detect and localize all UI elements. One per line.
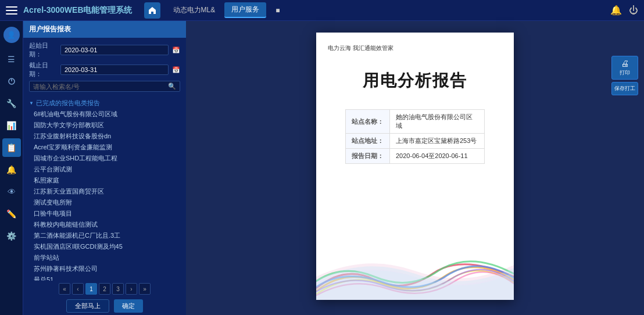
end-date-row: 截止日期： 📅: [29, 61, 180, 78]
print-label: 打印: [620, 70, 630, 76]
home-button[interactable]: [144, 2, 160, 19]
sidebar-icon-menu[interactable]: ☰: [2, 50, 21, 69]
sidebar-icon-chart[interactable]: 📊: [2, 116, 21, 135]
wave-decoration: [316, 230, 514, 300]
page-prev-button[interactable]: ‹: [72, 283, 84, 295]
list-item[interactable]: 苏州静著科技术限公司: [27, 263, 183, 274]
list-item[interactable]: 前学站站: [27, 252, 183, 263]
panel-actions: 全部马上 确定: [23, 297, 186, 315]
list-item[interactable]: Acrel宝罗顺利资金廉能监测: [27, 142, 183, 153]
sidebar-icon-tools[interactable]: 🔧: [2, 94, 21, 113]
project-list: 已完成的报告电类报告 6#机油电气股份有限公司区域 国防大学文学分部教职区 江苏…: [23, 98, 186, 281]
topbar-nav: 动态电力ML& 用户服务 ■: [166, 2, 611, 18]
end-date-input[interactable]: [60, 65, 169, 75]
info-value-0: 她的油电气股份有限公司区域: [390, 110, 485, 134]
list-item[interactable]: 云平台测试测: [27, 164, 183, 175]
nav-item-user[interactable]: 用户服务: [224, 2, 266, 18]
list-item[interactable]: 口验牛电项目: [27, 208, 183, 219]
search-icon[interactable]: 🔍: [168, 83, 176, 90]
start-date-label: 起始日期：: [29, 41, 57, 59]
sidebar-icon-alert[interactable]: 🔔: [2, 160, 21, 179]
avatar[interactable]: 👤: [3, 27, 20, 43]
page-last-button[interactable]: »: [139, 283, 151, 295]
table-row: 报告日期： 2020-06-04至2020-06-11: [346, 149, 485, 164]
app-title: Acrel-3000WEB电能管理系统: [23, 5, 133, 16]
power-icon[interactable]: ⏻: [629, 5, 638, 16]
panel-header: 用户报告报表: [23, 21, 186, 38]
list-item[interactable]: 国城市企业SHD工程能电工程: [27, 153, 183, 164]
info-value-1: 上海市嘉定区宝黛桥路253号: [390, 134, 485, 149]
right-toolbar: 🖨 打印 保存打工: [611, 56, 638, 95]
main-content: 电力云海 我汇通能效管家 用电分析报告 站点名称： 她的油电气股份有限公司区域 …: [186, 21, 644, 315]
list-item[interactable]: 第二酒体能源机已C厂比且.3工: [27, 230, 183, 241]
list-item[interactable]: 科教校内电能链信测试: [27, 219, 183, 230]
print-button[interactable]: 🖨 打印: [611, 56, 638, 80]
search-row: 🔍: [29, 81, 180, 92]
list-item[interactable]: 国防大学文学分部教职区: [27, 120, 183, 131]
project-group-0: 已完成的报告电类报告 6#机油电气股份有限公司区域 国防大学文学分部教职区 江苏…: [27, 98, 183, 281]
sidebar-icon-edit[interactable]: ✏️: [2, 205, 21, 223]
calendar-icon[interactable]: 📅: [172, 46, 180, 54]
nav-item-dynamic[interactable]: 动态电力ML&: [166, 3, 223, 17]
page-2-button[interactable]: 2: [99, 283, 110, 295]
download-label: 保存打工: [614, 85, 635, 91]
confirm-button[interactable]: 确定: [114, 299, 143, 313]
all-select-button[interactable]: 全部马上: [66, 299, 109, 313]
page-3-button[interactable]: 3: [112, 283, 124, 295]
print-icon: 🖨: [613, 59, 636, 68]
calendar-icon-2[interactable]: 📅: [172, 66, 180, 74]
nav-item-misc[interactable]: ■: [269, 4, 287, 17]
report-document: 电力云海 我汇通能效管家 用电分析报告 站点名称： 她的油电气股份有限公司区域 …: [316, 33, 514, 300]
page-1-button[interactable]: 1: [85, 283, 97, 295]
pagination: « ‹ 1 2 3 › »: [23, 281, 186, 297]
list-item[interactable]: 6#机油电气股份有限公司区域: [27, 109, 183, 120]
list-item[interactable]: 江苏业腹射科技设备股份dn: [27, 131, 183, 142]
page-first-button[interactable]: «: [59, 283, 70, 295]
sidebar-icon-settings[interactable]: ⚙️: [2, 227, 21, 245]
list-item[interactable]: 测试变电所附: [27, 197, 183, 208]
panel-filters: 起始日期： 📅 截止日期： 📅 🔍: [23, 38, 186, 98]
page-next-button[interactable]: ›: [126, 283, 137, 295]
info-value-2: 2020-06-04至2020-06-11: [390, 149, 485, 164]
report-title: 用电分析报告: [328, 70, 502, 92]
list-item[interactable]: 江苏新天业置国商贸开区: [27, 186, 183, 197]
list-item[interactable]: 实机国酒店区I联GCDI测及均45: [27, 241, 183, 252]
list-item[interactable]: 私照家庭: [27, 175, 183, 186]
start-date-row: 起始日期： 📅: [29, 41, 180, 59]
download-button[interactable]: 保存打工: [611, 82, 638, 95]
sidebar-icons: 👤 ☰ 🔧 📊 📋 🔔 👁 ✏️ ⚙️: [0, 21, 23, 315]
table-row: 站点名称： 她的油电气股份有限公司区域: [346, 110, 485, 134]
left-panel: 用户报告报表 起始日期： 📅 截止日期： 📅 🔍 已完成的报告电类报告 6#机油…: [23, 21, 186, 315]
info-label-2: 报告日期：: [346, 149, 390, 164]
report-info-table: 站点名称： 她的油电气股份有限公司区域 站点地址： 上海市嘉定区宝黛桥路253号…: [345, 109, 485, 164]
sidebar-icon-power[interactable]: [2, 72, 21, 91]
table-row: 站点地址： 上海市嘉定区宝黛桥路253号: [346, 134, 485, 149]
topbar: Acrel-3000WEB电能管理系统 动态电力ML& 用户服务 ■ 🔔 ⏻: [0, 0, 644, 21]
search-input[interactable]: [33, 83, 168, 90]
end-date-label: 截止日期：: [29, 61, 57, 78]
sidebar-icon-view[interactable]: 👁: [2, 182, 21, 201]
sidebar-icon-report[interactable]: 📋: [2, 138, 21, 157]
info-label-1: 站点地址：: [346, 134, 390, 149]
project-group-title[interactable]: 已完成的报告电类报告: [27, 98, 183, 109]
start-date-input[interactable]: [60, 45, 169, 55]
topbar-right: 🔔 ⏻: [610, 5, 638, 16]
bell-icon[interactable]: 🔔: [610, 5, 622, 16]
menu-icon[interactable]: [6, 6, 17, 15]
list-item[interactable]: 最总51: [27, 274, 183, 281]
info-label-0: 站点名称：: [346, 110, 390, 134]
report-header-text: 电力云海 我汇通能效管家: [328, 44, 502, 52]
